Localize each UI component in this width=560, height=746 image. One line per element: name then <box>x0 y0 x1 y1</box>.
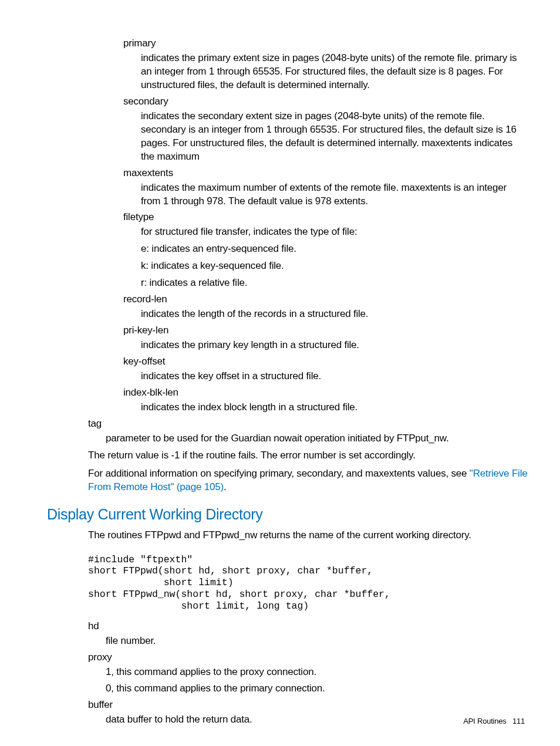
filetype-e: e: indicates an entry-sequenced file. <box>141 242 528 256</box>
footer-section: API Routines <box>463 717 506 725</box>
page-content: primary indicates the primary extent siz… <box>0 0 560 727</box>
desc-recordlen: indicates the length of the records in a… <box>141 308 528 321</box>
desc-hd: file number. <box>106 634 528 648</box>
term-maxextents: maxextents <box>123 167 528 179</box>
desc-maxextents: indicates the maximum number of extents … <box>141 181 528 208</box>
term-secondary: secondary <box>123 96 528 107</box>
term-filetype: filetype <box>123 211 528 223</box>
return-value-text: The return value is -1 if the routine fa… <box>88 449 528 463</box>
desc-indexblklen: indicates the index block length in a st… <box>141 401 528 414</box>
desc-keyoffset: indicates the key offset in a structured… <box>141 370 528 383</box>
addinfo-post: . <box>224 481 227 492</box>
term-recordlen: record-len <box>123 293 528 305</box>
section-heading: Display Current Working Directory <box>47 506 528 523</box>
filetype-k: k: indicates a key-sequenced file. <box>141 259 528 273</box>
pwd-params: hd file number. proxy 1, this command ap… <box>88 620 528 727</box>
tag-definition: tag parameter to be used for the Guardia… <box>88 418 528 445</box>
code-block: #include "ftpexth" short FTPpwd(short hd… <box>88 554 528 612</box>
desc-proxy-0: 0, this command applies to the primary c… <box>106 682 528 696</box>
additional-info: For additional information on specifying… <box>88 467 528 494</box>
term-prikeylen: pri-key-len <box>123 325 528 336</box>
term-tag: tag <box>88 418 528 430</box>
page-footer: API Routines 111 <box>463 717 525 725</box>
desc-filetype: for structured file transfer, indicates … <box>141 225 528 239</box>
definition-list-inner: primary indicates the primary extent siz… <box>123 38 528 414</box>
desc-primary: indicates the primary extent size in pag… <box>141 52 528 92</box>
term-primary: primary <box>123 38 528 49</box>
desc-prikeylen: indicates the primary key length in a st… <box>141 339 528 352</box>
term-hd: hd <box>88 620 528 632</box>
term-indexblklen: index-blk-len <box>123 387 528 399</box>
term-proxy: proxy <box>88 652 528 663</box>
desc-tag: parameter to be used for the Guardian no… <box>106 432 528 445</box>
desc-secondary: indicates the secondary extent size in p… <box>141 110 528 164</box>
desc-proxy-1: 1, this command applies to the proxy con… <box>106 666 528 679</box>
term-keyoffset: key-offset <box>123 356 528 367</box>
addinfo-pre: For additional information on specifying… <box>88 468 470 479</box>
section-intro: The routines FTPpwd and FTPpwd_nw return… <box>88 529 528 542</box>
term-buffer: buffer <box>88 699 528 711</box>
footer-page-number: 111 <box>512 717 525 725</box>
filetype-r: r: indicates a relative file. <box>141 276 528 290</box>
